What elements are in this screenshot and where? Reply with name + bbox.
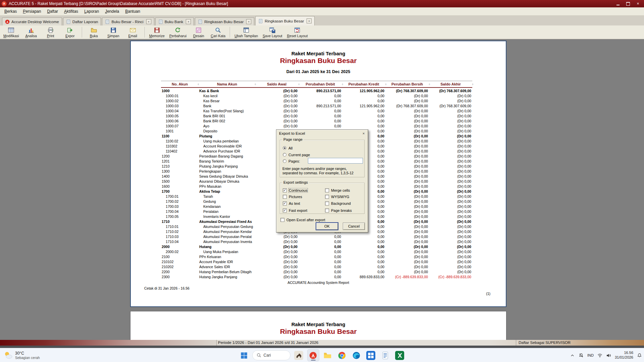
report-period: Dari 01 Jan 2025 ke 31 Dec 2025 xyxy=(131,69,506,74)
close-button[interactable]: × xyxy=(634,1,642,7)
table-row[interactable]: 1000.03Bank(Dr) 0,00890.213.571,00121.90… xyxy=(161,104,472,109)
column-header-saldo-awal[interactable]: Saldo Awal◊ xyxy=(255,81,299,87)
close-tab-icon[interactable]: × xyxy=(186,19,191,24)
table-row[interactable]: 210202Advance Sales IDR(Dr) 0,000,000,00… xyxy=(161,264,472,269)
tab-3-buku-bank[interactable]: Buku Bank× xyxy=(155,17,194,25)
menu-item-daftar[interactable]: Daftar xyxy=(44,8,61,15)
tab-2-buku-besar-rinci[interactable]: Buku Besar - Rinci× xyxy=(102,17,154,25)
table-row[interactable]: 210102Account Payable IDR(Dr) 0,000,000,… xyxy=(161,259,472,264)
ok-button[interactable]: OK xyxy=(316,223,338,230)
restore-button[interactable] xyxy=(624,1,632,7)
menu-item-berkas[interactable]: Berkas xyxy=(1,8,20,15)
start-button[interactable] xyxy=(238,350,250,361)
checkbox-pictures[interactable]: Pictures xyxy=(283,194,302,199)
checkbox-page-breaks[interactable]: Page breaks xyxy=(325,208,352,213)
checkbox-as-text[interactable]: ✓As text xyxy=(283,201,300,205)
radio-all[interactable]: All xyxy=(283,146,292,150)
weather-widget[interactable]: 30°C Sebagian cerah xyxy=(3,351,40,360)
close-tab-icon[interactable]: × xyxy=(246,19,251,24)
cell-no: 1000.06 xyxy=(161,119,198,124)
table-row[interactable]: 2200Hutang Pembelian Belum Ditagih(Dr) 0… xyxy=(161,269,472,275)
toolbar-reset-layout-button[interactable]: Reset Layout xyxy=(285,25,310,39)
store-taskbar-icon[interactable] xyxy=(365,349,377,361)
clock[interactable]: 16.56 31/01/2026 xyxy=(615,351,633,360)
explorer-taskbar-icon[interactable] xyxy=(322,349,334,361)
cell-akhir: (Dr) 0,00 xyxy=(429,239,472,244)
checkbox-fast-export[interactable]: ✓Fast export xyxy=(283,208,307,213)
toolbar-save-layout-button[interactable]: Save Layout xyxy=(261,25,284,39)
toolbar-buka-button[interactable]: Buka xyxy=(85,25,103,39)
menu-item-aktifitas[interactable]: Aktifitas xyxy=(61,8,81,15)
tab-0-accurate-desktop-welcome[interactable]: Accurate Desktop Welcome xyxy=(2,17,62,25)
toolbar-analisa-button[interactable]: Analisa xyxy=(22,25,41,39)
excel-taskbar-icon[interactable] xyxy=(394,349,406,361)
radio-current-page[interactable]: Current page xyxy=(283,153,310,157)
column-header-nama-akun[interactable]: Nama Akun◊ xyxy=(198,81,255,87)
cell-no: 1700.01 xyxy=(161,194,198,199)
wifi-icon[interactable] xyxy=(597,353,602,358)
menu-item-bantuan[interactable]: Bantuan xyxy=(122,8,143,15)
table-row[interactable]: 1000.04Kas Transfer(Post Silang)(Dr) 0,0… xyxy=(161,109,472,114)
radio-pages[interactable]: Pages: xyxy=(283,159,300,163)
taskbar-search[interactable]: Cari xyxy=(252,350,290,360)
table-row[interactable]: 2000Hutang(Dr) 0,000,000,00(Dr) 0,00(Dr)… xyxy=(161,244,472,249)
toolbar-modifikasi-button[interactable]: Modifikasi xyxy=(1,25,21,39)
cell-akhir: (Dr) 0,00 xyxy=(429,264,472,269)
close-tab-icon[interactable]: × xyxy=(146,19,151,24)
language-indicator[interactable]: IND xyxy=(587,353,594,357)
toolbar-cari-kata-button[interactable]: Cari Kata xyxy=(209,25,227,39)
checkbox-merge-cells[interactable]: Merge cells xyxy=(325,188,350,192)
checkbox-wysiwyg[interactable]: WYSIWYG xyxy=(325,194,349,199)
toolbar-simpan-button[interactable]: Simpan xyxy=(104,25,123,39)
toolbar-ubah-tampilan-button[interactable]: Ubah Tampilan xyxy=(232,25,260,39)
volume-icon[interactable] xyxy=(606,353,611,358)
cell-bersih: (Dr) 0,00 xyxy=(385,124,429,129)
chrome-taskbar-icon[interactable] xyxy=(336,349,348,361)
column-header-perubahan-bersih[interactable]: Perubahan Bersih◊ xyxy=(385,81,429,87)
table-row[interactable]: 1710.03Akumulasi Penyusutan Peralat(Dr) … xyxy=(161,234,472,239)
column-header-saldo-akhir[interactable]: Saldo Akhir◊ xyxy=(429,81,472,87)
notification-bell-icon[interactable] xyxy=(637,353,642,358)
dialog-close-icon[interactable]: × xyxy=(361,131,366,136)
status-user: Daftar Sebagai SUPERVISOR xyxy=(519,341,571,345)
menu-item-persiapan[interactable]: Persiapan xyxy=(20,8,44,15)
menu-item-jendela[interactable]: Jendela xyxy=(102,8,122,15)
cancel-button[interactable]: Cancel xyxy=(343,223,365,230)
tab-5-ringkasan-buku-besar[interactable]: Ringkasan Buku Besar× xyxy=(255,16,315,25)
table-row[interactable]: 1000.02Kas Besar(Dr) 0,000,000,00(Dr) 0,… xyxy=(161,99,472,104)
table-row[interactable]: 2100PPn Keluaran(Dr) 0,000,000,00(Dr) 0,… xyxy=(161,254,472,259)
horse-taskbar-icon[interactable] xyxy=(293,349,305,361)
tab-4-ringkasan-buku-besar[interactable]: Ringkasan Buku Besar× xyxy=(195,17,254,25)
table-row[interactable]: 1000Kas & Bank(Dr) 0,00890.213.571,00121… xyxy=(161,88,472,94)
weather-temp: 30°C xyxy=(15,351,40,356)
toolbar-print-button[interactable]: Print xyxy=(41,25,60,39)
tray-chevron-up-icon[interactable] xyxy=(570,353,575,358)
table-row[interactable]: 1000.06Bank BRI 002(Dr) 0,000,000,00(Dr)… xyxy=(161,119,472,124)
checkbox-continuous[interactable]: ✓Continuous xyxy=(283,188,308,192)
table-row[interactable]: 1000.01Kas kecil(Dr) 0,000,000,00(Dr) 0,… xyxy=(161,94,472,99)
word-taskbar-icon[interactable] xyxy=(379,349,391,361)
column-header-perubahan-debit[interactable]: Perubahan Debit◊ xyxy=(299,81,342,87)
toolbar-expor-button[interactable]: Expor xyxy=(61,25,79,39)
table-row[interactable]: 2000.02Uang Muka Penjualan(Dr) 0,000,000… xyxy=(161,249,472,254)
column-header-no-akun[interactable]: No. Akun◊ xyxy=(161,81,198,87)
table-row[interactable]: 1000.05Bank BRI 001(Dr) 0,000,000,00(Dr)… xyxy=(161,114,472,119)
checkbox-background[interactable]: Background xyxy=(325,201,351,205)
checkbox-open-excel-after-export[interactable]: Open Excel after export xyxy=(280,218,325,222)
toolbar-memorize-button[interactable]: Memorize xyxy=(147,25,167,39)
minimize-button[interactable] xyxy=(613,1,622,7)
accurate-taskbar-icon[interactable] xyxy=(307,349,319,361)
notifications-muted-icon[interactable] xyxy=(579,353,584,358)
edge-taskbar-icon[interactable] xyxy=(351,349,363,361)
tab-1-daftar-laporan[interactable]: Daftar Laporan xyxy=(63,17,101,25)
toolbar-email-button[interactable]: Email xyxy=(123,25,142,39)
table-row[interactable]: 2300Hutang Jangka Panjang(Dr) 0,000,0088… xyxy=(161,275,472,280)
toolbar-desain-button[interactable]: Desain xyxy=(189,25,208,39)
pages-input[interactable] xyxy=(308,158,363,164)
toolbar-perbaharui-button[interactable]: Perbaharui xyxy=(167,25,189,39)
column-header-perubahan-kredit[interactable]: Perubahan Kredit◊ xyxy=(342,81,385,87)
table-row[interactable]: 1000.07Ayo(Dr) 0,000,000,00(Dr) 0,00(Dr)… xyxy=(161,124,472,129)
menu-item-laporan[interactable]: Laporan xyxy=(81,8,102,15)
table-row[interactable]: 1710.04Akumulasi Penyusutan Inventa(Dr) … xyxy=(161,239,472,244)
close-tab-icon[interactable]: × xyxy=(307,18,312,23)
